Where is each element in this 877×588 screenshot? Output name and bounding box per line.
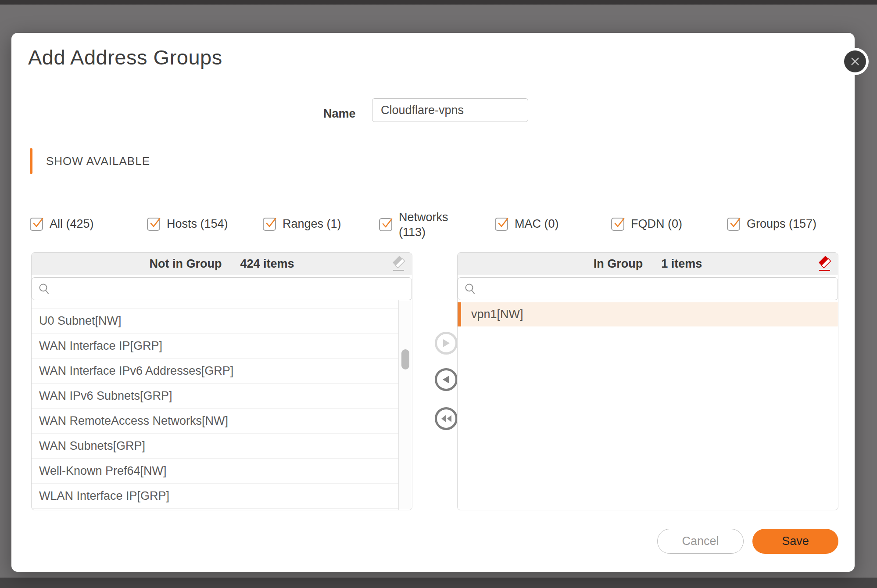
in-group-header: In Group 1 items [458, 253, 838, 275]
checkbox-checked-icon[interactable] [379, 218, 392, 231]
arrow-right-icon [442, 339, 450, 348]
cancel-button[interactable]: Cancel [657, 529, 744, 554]
list-item[interactable]: WAN Interface IPv6 Addresses[GRP] [32, 359, 399, 384]
checkbox-checked-icon[interactable] [263, 218, 276, 231]
save-button[interactable]: Save [752, 529, 838, 554]
checkbox-checked-icon[interactable] [611, 218, 624, 231]
checkbox-checked-icon[interactable] [147, 218, 160, 231]
not-in-group-list: U0 Subnet[NW] WAN Interface IP[GRP] WAN … [32, 300, 399, 509]
panel-item-count: 1 items [661, 257, 702, 271]
list-item[interactable]: WAN IPv6 Subnets[GRP] [32, 384, 399, 409]
checkbox-checked-icon[interactable] [495, 218, 508, 231]
list-item[interactable]: WLAN Interface IP[GRP] [32, 484, 399, 509]
in-group-search [458, 277, 838, 300]
filter-all[interactable]: All (425) [30, 217, 94, 231]
clear-group-button[interactable] [817, 255, 833, 273]
panel-title: Not in Group [149, 257, 222, 271]
list-item-selected[interactable]: vpn1[NW] [458, 302, 838, 326]
move-left-button[interactable] [435, 368, 458, 391]
in-group-panel: In Group 1 items vpn1[N [457, 252, 838, 510]
not-in-group-search [32, 277, 412, 300]
filter-hosts[interactable]: Hosts (154) [147, 217, 228, 231]
scrollbar-thumb[interactable] [401, 349, 409, 369]
search-input[interactable] [32, 277, 412, 300]
close-icon [844, 50, 866, 72]
name-field-label: Name [323, 107, 356, 121]
move-all-left-button[interactable] [435, 407, 458, 430]
not-in-group-panel: Not in Group 424 items [31, 252, 412, 510]
checkbox-checked-icon[interactable] [727, 218, 740, 231]
arrow-left-icon [442, 375, 450, 384]
filter-ranges[interactable]: Ranges (1) [263, 217, 341, 231]
filter-groups[interactable]: Groups (157) [727, 217, 816, 231]
panel-title: In Group [594, 257, 643, 271]
eraser-icon [391, 255, 407, 273]
eraser-red-icon [817, 255, 833, 273]
list-item[interactable]: U0 Subnet[NW] [32, 308, 399, 333]
move-right-button[interactable] [435, 332, 458, 355]
scrollbar-track[interactable] [398, 300, 412, 510]
search-input[interactable] [458, 277, 838, 300]
not-in-group-header: Not in Group 424 items [32, 253, 412, 275]
show-available-section-header: SHOW AVAILABLE [30, 148, 150, 174]
list-item[interactable]: WAN RemoteAccess Networks[NW] [32, 409, 399, 434]
add-address-groups-dialog: Add Address Groups Name SHOW AVAILABLE A… [11, 33, 855, 572]
list-item[interactable]: WAN Subnets[GRP] [32, 434, 399, 459]
filter-networks[interactable]: Networks (113) [379, 210, 448, 240]
double-arrow-left-icon [440, 414, 452, 423]
list-item-partial [32, 300, 399, 308]
panel-item-count: 424 items [240, 257, 294, 271]
filter-mac[interactable]: MAC (0) [495, 217, 559, 231]
list-item[interactable]: Well-Known Pref64[NW] [32, 459, 399, 484]
section-accent-bar [30, 148, 32, 174]
clear-selection-button[interactable] [391, 255, 407, 273]
list-item[interactable]: WAN Interface IP[GRP] [32, 333, 399, 359]
close-button[interactable] [841, 48, 869, 75]
filter-fqdn[interactable]: FQDN (0) [611, 217, 682, 231]
checkbox-checked-icon[interactable] [30, 218, 43, 231]
name-field[interactable] [372, 98, 528, 122]
page-title: Add Address Groups [28, 45, 222, 69]
